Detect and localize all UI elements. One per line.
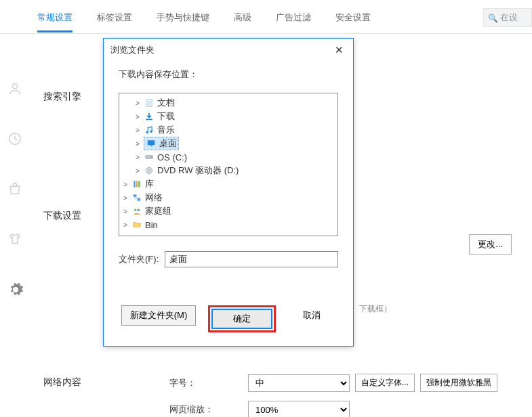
tree-item[interactable]: >库 — [119, 177, 337, 191]
drive-icon — [144, 152, 155, 162]
tab-adblock[interactable]: 广告过滤 — [276, 2, 311, 32]
svg-rect-10 — [150, 146, 152, 146]
svg-rect-9 — [148, 140, 155, 145]
folder-icon — [131, 233, 142, 236]
font-size-select[interactable]: 中 — [248, 374, 350, 392]
dialog-prompt: 下载内容保存位置： — [119, 68, 338, 81]
music-icon — [144, 125, 155, 135]
folder-field-label: 文件夹(F): — [119, 253, 165, 265]
tree-item-label: CC — [145, 234, 158, 237]
tree-item[interactable]: >OS (C:) — [119, 150, 337, 164]
tab-tabs[interactable]: 标签设置 — [97, 2, 132, 32]
tree-item-label: Bin — [145, 220, 158, 230]
tree-item[interactable]: >Bin — [119, 218, 337, 232]
ok-button[interactable]: 确定 — [211, 309, 272, 329]
chevron-right-icon[interactable]: > — [136, 127, 144, 134]
tree-item-label: DVD RW 驱动器 (D:) — [157, 164, 239, 177]
svg-rect-19 — [138, 198, 141, 201]
folder-tree[interactable]: >文档>下载>音乐>桌面>OS (C:)>DVD RW 驱动器 (D:)>库>网… — [119, 93, 338, 236]
tree-item[interactable]: >文档 — [119, 96, 337, 110]
cancel-button[interactable]: 取消 — [288, 305, 335, 326]
svg-rect-6 — [146, 119, 152, 120]
user-icon[interactable] — [7, 81, 22, 96]
tree-item[interactable]: >下载 — [119, 110, 337, 123]
chevron-right-icon[interactable]: > — [123, 181, 131, 188]
tree-item-label: 文档 — [157, 97, 175, 109]
zoom-label: 网页缩放： — [169, 403, 248, 416]
folder-name-input[interactable] — [165, 251, 338, 267]
tree-item-label: 桌面 — [159, 137, 177, 150]
section-search-engine: 搜索引擎 — [43, 91, 81, 103]
doc-icon — [144, 97, 155, 108]
home-icon — [131, 206, 142, 217]
tree-item-label: OS (C:) — [157, 152, 187, 162]
svg-point-20 — [134, 209, 137, 212]
tree-item[interactable]: CC — [119, 232, 337, 236]
custom-font-button[interactable]: 自定义字体... — [355, 374, 415, 392]
tab-advanced[interactable]: 高级 — [234, 2, 251, 32]
tree-item[interactable]: >网络 — [119, 191, 337, 204]
sidebar — [0, 81, 30, 297]
chevron-right-icon[interactable]: > — [136, 100, 144, 107]
chevron-right-icon[interactable]: > — [123, 194, 131, 202]
tree-item[interactable]: >DVD RW 驱动器 (D:) — [119, 164, 337, 177]
svg-rect-15 — [134, 181, 135, 187]
tree-item[interactable]: >桌面 — [119, 137, 337, 150]
settings-search[interactable]: 在设 — [483, 8, 532, 27]
download-hint: 下载框） — [359, 303, 392, 315]
close-icon[interactable]: ✕ — [331, 43, 346, 58]
svg-point-0 — [12, 84, 17, 89]
folder-icon — [131, 219, 142, 230]
desktop-icon — [146, 138, 157, 149]
chevron-right-icon[interactable]: > — [123, 221, 131, 229]
new-folder-button[interactable]: 新建文件夹(M) — [121, 305, 196, 326]
tree-item-label: 下载 — [157, 110, 175, 123]
lib-icon — [131, 179, 142, 190]
down-icon — [144, 111, 155, 122]
tab-security[interactable]: 安全设置 — [335, 2, 371, 32]
tree-item-label: 网络 — [145, 192, 163, 204]
tree-item-label: 家庭组 — [145, 205, 171, 217]
search-placeholder: 在设 — [500, 12, 518, 24]
svg-rect-16 — [136, 181, 138, 187]
svg-rect-17 — [138, 181, 140, 187]
tree-item[interactable]: >音乐 — [119, 123, 337, 137]
tab-general[interactable]: 常规设置 — [37, 2, 73, 32]
tab-gesture[interactable]: 手势与快捷键 — [157, 2, 209, 32]
chevron-right-icon[interactable]: > — [136, 167, 144, 175]
svg-point-21 — [138, 209, 140, 212]
svg-point-7 — [146, 131, 148, 134]
dialog-title: 浏览文件夹 — [110, 44, 155, 56]
browse-folder-dialog: 浏览文件夹 ✕ 下载内容保存位置： >文档>下载>音乐>桌面>OS (C:)>D… — [103, 38, 354, 347]
tree-item[interactable]: >家庭组 — [119, 204, 337, 218]
chevron-right-icon[interactable]: > — [123, 208, 131, 215]
section-download: 下载设置 — [43, 210, 81, 222]
settings-tabs: 常规设置 标签设置 手势与快捷键 高级 广告过滤 安全设置 — [0, 0, 532, 34]
svg-point-8 — [150, 131, 152, 133]
gear-icon[interactable] — [7, 282, 22, 297]
search-icon — [488, 13, 500, 23]
chevron-right-icon[interactable]: > — [136, 154, 144, 161]
font-size-label: 字号： — [169, 377, 248, 389]
tree-item-label: 音乐 — [157, 124, 175, 136]
ok-highlight: 确定 — [208, 305, 276, 332]
zoom-select[interactable]: 100% — [248, 401, 350, 417]
clock-icon[interactable] — [7, 131, 22, 146]
chevron-right-icon[interactable]: > — [136, 113, 144, 120]
bag-icon[interactable] — [7, 181, 22, 196]
svg-rect-18 — [134, 194, 137, 197]
shirt-icon[interactable] — [7, 232, 22, 246]
disc-icon — [144, 165, 155, 176]
chevron-right-icon[interactable]: > — [136, 140, 144, 148]
svg-point-14 — [148, 170, 150, 171]
net-icon — [131, 192, 142, 203]
change-download-path-button[interactable]: 更改... — [469, 234, 512, 255]
force-yahei-button[interactable]: 强制使用微软雅黑 — [420, 374, 497, 392]
tree-item-label: 库 — [145, 178, 154, 190]
svg-point-12 — [151, 156, 152, 157]
